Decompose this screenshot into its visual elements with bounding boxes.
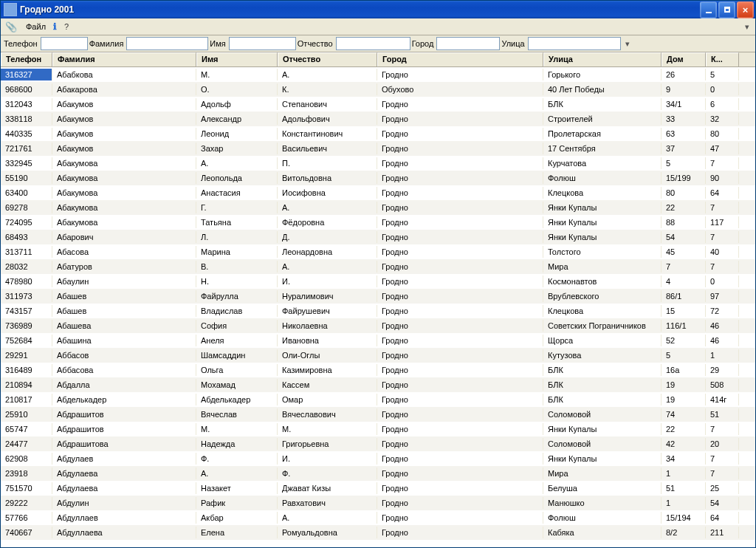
table-cell[interactable]: Мира	[543, 467, 662, 479]
table-cell[interactable]: Горького	[543, 69, 662, 81]
table-cell[interactable]: Мира	[543, 261, 662, 273]
table-cell[interactable]: 37	[662, 143, 706, 154]
table-cell[interactable]: 117	[706, 216, 739, 228]
table-cell[interactable]: Абакумов	[52, 98, 196, 110]
table-cell[interactable]: Константинович	[278, 128, 377, 140]
table-cell[interactable]: А.	[196, 467, 278, 479]
table-cell[interactable]: 54	[706, 497, 739, 509]
table-cell[interactable]: М.	[196, 69, 278, 81]
table-cell[interactable]: 15	[662, 305, 706, 317]
title-bar[interactable]: Гродно 2001 ×	[1, 1, 755, 18]
table-cell[interactable]: Гродно	[377, 335, 543, 346]
table-cell[interactable]: Обухово	[377, 83, 543, 95]
table-cell[interactable]: 32	[706, 113, 739, 125]
table-cell[interactable]: А.	[278, 261, 377, 273]
table-cell[interactable]: Янки Купалы	[543, 231, 662, 243]
table-cell[interactable]: Фолюш	[543, 512, 662, 524]
table-cell[interactable]: 40 Лет Победы	[543, 83, 662, 95]
col-header-lastname[interactable]: Фамилия	[52, 52, 196, 66]
table-cell[interactable]: Янки Купалы	[543, 453, 662, 465]
table-cell[interactable]: Григорьевна	[278, 438, 377, 450]
table-cell[interactable]: Вячеслав	[196, 408, 278, 420]
table-cell[interactable]: А.	[196, 157, 278, 169]
table-cell[interactable]: Строителей	[543, 113, 662, 125]
filter-street-input[interactable]	[528, 37, 621, 50]
table-cell[interactable]: Абарович	[52, 231, 196, 243]
table-cell[interactable]: Абашев	[52, 305, 196, 317]
table-row[interactable]: 62908АбдулаевФ.И.ГродноЯнки Купалы347	[1, 451, 755, 466]
table-cell[interactable]: 47	[706, 143, 739, 154]
table-cell[interactable]: 57766	[1, 512, 52, 524]
table-cell[interactable]: Фёдоровна	[278, 216, 377, 228]
table-cell[interactable]: 80	[706, 128, 739, 140]
table-cell[interactable]: 5	[662, 157, 706, 169]
col-header-city[interactable]: Город	[377, 52, 543, 66]
table-cell[interactable]: Гродно	[377, 305, 543, 317]
table-cell[interactable]: Абабкова	[52, 69, 196, 81]
table-row[interactable]: 332945АбакумоваА.П.ГродноКурчатова57	[1, 156, 755, 171]
table-cell[interactable]: Советских Пограничников	[543, 320, 662, 332]
table-cell[interactable]: 23918	[1, 467, 52, 479]
table-cell[interactable]: Васильевич	[278, 143, 377, 154]
table-cell[interactable]: Джават Кизы	[278, 482, 377, 494]
table-cell[interactable]: Абдуллаева	[52, 527, 196, 538]
table-cell[interactable]: Абакумов	[52, 113, 196, 125]
table-cell[interactable]: 90	[706, 172, 739, 184]
table-cell[interactable]: Гродно	[377, 408, 543, 420]
table-cell[interactable]: Гродно	[377, 231, 543, 243]
table-cell[interactable]: 7	[706, 202, 739, 213]
table-cell[interactable]: 34/1	[662, 98, 706, 110]
table-cell[interactable]: 332945	[1, 157, 52, 169]
table-cell[interactable]: Н.	[196, 275, 278, 287]
table-cell[interactable]: Витольдовна	[278, 172, 377, 184]
filter-lastname-input[interactable]	[126, 37, 208, 50]
table-cell[interactable]: 724095	[1, 216, 52, 228]
menu-help[interactable]: ?	[60, 21, 73, 32]
table-cell[interactable]: Абакумова	[52, 216, 196, 228]
table-cell[interactable]: Абдулаева	[52, 467, 196, 479]
table-cell[interactable]: 72	[706, 305, 739, 317]
table-cell[interactable]: 15/199	[662, 172, 706, 184]
table-cell[interactable]: 17 Сентября	[543, 143, 662, 154]
table-cell[interactable]: 211	[706, 527, 739, 538]
table-cell[interactable]: Гродно	[377, 261, 543, 273]
table-row[interactable]: 24477АбдрашитоваНадеждаГригорьевнаГродно…	[1, 436, 755, 451]
table-cell[interactable]: Гродно	[377, 69, 543, 81]
table-row[interactable]: 57766АбдуллаевАкбарА.ГродноФолюш15/19464	[1, 510, 755, 525]
table-cell[interactable]: Гродно	[377, 143, 543, 154]
table-cell[interactable]: 1	[706, 349, 739, 361]
table-cell[interactable]: 24477	[1, 438, 52, 450]
table-cell[interactable]: А.	[278, 512, 377, 524]
table-cell[interactable]: Марина	[196, 246, 278, 258]
table-cell[interactable]: 86/1	[662, 290, 706, 302]
table-row[interactable]: 312043АбакумовАдольфСтепановичГродноБЛК3…	[1, 97, 755, 112]
table-cell[interactable]: Манюшко	[543, 497, 662, 509]
table-cell[interactable]: Владислав	[196, 305, 278, 317]
table-cell[interactable]: Нуралимович	[278, 290, 377, 302]
table-cell[interactable]: Татьяна	[196, 216, 278, 228]
table-cell[interactable]: Соломовой	[543, 408, 662, 420]
table-cell[interactable]: 743157	[1, 305, 52, 317]
table-cell[interactable]: 42	[662, 438, 706, 450]
table-cell[interactable]: Гродно	[377, 467, 543, 479]
table-cell[interactable]: Гродно	[377, 202, 543, 213]
table-cell[interactable]: 46	[706, 335, 739, 346]
table-cell[interactable]: Абакумов	[52, 143, 196, 154]
table-cell[interactable]: Гродно	[377, 172, 543, 184]
table-cell[interactable]: Абдуллаев	[52, 512, 196, 524]
filter-patronymic-input[interactable]	[336, 37, 410, 50]
table-cell[interactable]: Анеля	[196, 335, 278, 346]
table-cell[interactable]: Гродно	[377, 379, 543, 391]
table-cell[interactable]: Ромуальдовна	[278, 527, 377, 538]
table-cell[interactable]: Гродно	[377, 527, 543, 538]
table-cell[interactable]: Гродно	[377, 246, 543, 258]
table-cell[interactable]: 313711	[1, 246, 52, 258]
table-row[interactable]: 210894АбдаллаМохамадКассемГродноБЛК19508	[1, 377, 755, 392]
table-cell[interactable]: Николаевна	[278, 320, 377, 332]
table-cell[interactable]: Щорса	[543, 335, 662, 346]
table-cell[interactable]: 5	[662, 349, 706, 361]
table-cell[interactable]: 54	[662, 231, 706, 243]
info-icon[interactable]: ℹ	[53, 21, 57, 32]
table-cell[interactable]: Абакумова	[52, 187, 196, 199]
filter-dropdown-icon[interactable]: ▾	[622, 39, 633, 49]
